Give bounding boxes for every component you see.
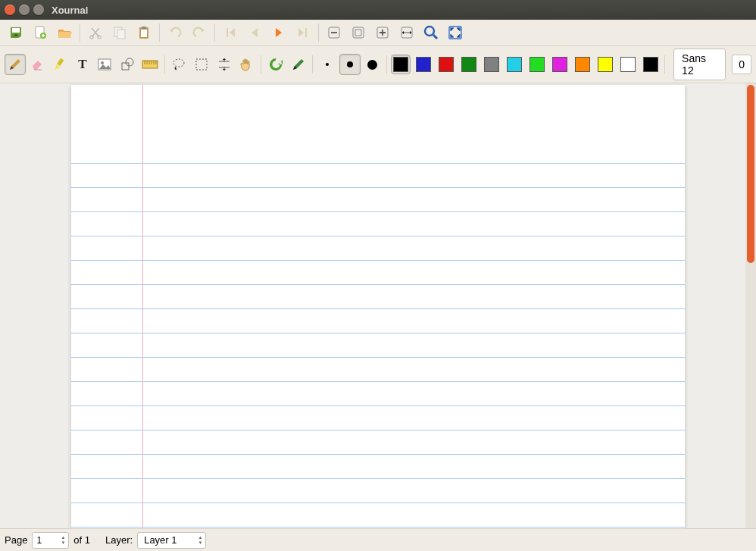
last-page-button[interactable]	[292, 22, 314, 43]
swatch-red	[439, 57, 454, 72]
close-button[interactable]	[5, 5, 15, 15]
zoom-fit-icon	[351, 26, 365, 39]
eraser-tool[interactable]	[27, 54, 48, 75]
svg-rect-0	[12, 28, 20, 33]
shape-recognizer-icon	[268, 57, 283, 72]
page-paper[interactable]	[71, 85, 685, 528]
separator	[164, 55, 165, 74]
swatch-cyan	[507, 57, 522, 72]
cut-icon	[88, 25, 103, 40]
prev-page-button[interactable]	[243, 22, 266, 43]
stroke-width-value: 0	[739, 58, 745, 70]
shapes-tool[interactable]	[117, 54, 138, 75]
svg-rect-12	[355, 30, 361, 36]
svg-rect-24	[196, 59, 207, 70]
layer-select[interactable]: Layer 1 ▲▼	[137, 532, 206, 549]
highlighter-icon	[52, 57, 67, 72]
thickness-medium[interactable]	[339, 54, 361, 75]
pen-options[interactable]	[288, 54, 309, 75]
open-button[interactable]	[53, 22, 76, 43]
color-color-b[interactable]	[641, 55, 661, 74]
page-number-field[interactable]	[36, 535, 58, 546]
fullscreen-button[interactable]	[444, 22, 467, 43]
svg-rect-11	[353, 27, 364, 38]
status-bar: Page ▲▼ of 1 Layer: Layer 1 ▲▼	[0, 528, 756, 551]
font-selector[interactable]: Sans 12	[673, 49, 726, 80]
color-orange[interactable]	[573, 55, 592, 74]
swatch-white	[620, 57, 636, 72]
canvas-area[interactable]	[0, 83, 756, 528]
lasso-icon	[171, 57, 186, 72]
image-tool[interactable]	[95, 54, 116, 75]
pen-tool[interactable]	[5, 54, 26, 75]
separator	[386, 55, 387, 74]
minimize-button[interactable]	[19, 5, 30, 15]
thickness-small[interactable]	[317, 54, 338, 75]
color-magenta[interactable]	[550, 55, 570, 74]
hand-tool[interactable]	[236, 54, 257, 75]
zoom-in-button[interactable]	[371, 22, 394, 43]
rect-select[interactable]	[191, 54, 212, 75]
text-tool[interactable]: T	[72, 54, 93, 75]
vertical-scrollbar[interactable]	[745, 83, 756, 528]
ruler-tool[interactable]	[139, 54, 161, 75]
shape-recognizer[interactable]	[265, 54, 286, 75]
redo-button[interactable]	[188, 22, 211, 43]
separator	[159, 23, 160, 42]
shapes-icon	[120, 57, 135, 72]
next-page-button[interactable]	[267, 22, 290, 43]
dot-large-icon	[367, 60, 377, 70]
separator	[80, 23, 80, 42]
chevron-updown-icon: ▲▼	[198, 535, 203, 546]
color-gray[interactable]	[482, 55, 501, 74]
page-number-input[interactable]: ▲▼	[32, 532, 69, 549]
color-yellow[interactable]	[595, 55, 615, 74]
color-blue[interactable]	[414, 55, 433, 74]
lasso-select[interactable]	[169, 54, 190, 75]
paste-button[interactable]	[133, 22, 155, 43]
new-doc-button[interactable]	[29, 22, 52, 43]
svg-point-23	[173, 59, 184, 67]
color-black[interactable]	[391, 55, 411, 74]
rect-select-icon	[195, 58, 208, 71]
stroke-width-box[interactable]: 0	[732, 55, 751, 74]
color-lime[interactable]	[527, 55, 547, 74]
fullscreen-icon	[448, 25, 463, 40]
undo-button[interactable]	[164, 22, 186, 43]
first-page-icon	[223, 25, 238, 40]
maximize-button[interactable]	[33, 5, 44, 15]
next-page-icon	[271, 25, 286, 40]
svg-point-21	[126, 58, 133, 66]
color-white[interactable]	[618, 55, 638, 74]
scrollbar-thumb[interactable]	[747, 85, 754, 263]
highlighter-tool[interactable]	[49, 54, 70, 75]
window-title: Xournal	[52, 5, 88, 16]
copy-button[interactable]	[108, 22, 131, 43]
last-page-icon	[295, 25, 311, 40]
color-red[interactable]	[436, 55, 456, 74]
zoom-fit-button[interactable]	[347, 22, 370, 43]
magnifier-icon	[423, 24, 439, 41]
thickness-large[interactable]	[362, 54, 383, 75]
color-cyan[interactable]	[505, 55, 524, 74]
zoom-width-button[interactable]	[395, 22, 418, 43]
swatch-color-b	[643, 57, 658, 72]
paste-icon	[136, 25, 152, 40]
first-page-button[interactable]	[219, 22, 242, 43]
window-controls	[5, 5, 44, 15]
color-green[interactable]	[459, 55, 479, 74]
save-button[interactable]	[5, 22, 27, 43]
cut-button[interactable]	[84, 22, 107, 43]
page-spin-buttons[interactable]: ▲▼	[59, 535, 67, 546]
toolbar-main	[0, 20, 756, 46]
zoom-tool-button[interactable]	[420, 22, 442, 43]
svg-rect-8	[141, 30, 147, 37]
new-doc-icon	[33, 25, 48, 40]
hand-icon	[239, 57, 254, 72]
zoom-out-button[interactable]	[323, 22, 345, 43]
separator	[312, 55, 313, 74]
ruler-icon	[142, 59, 158, 70]
paper-ruled-lines	[71, 139, 685, 528]
vertical-space-tool[interactable]	[214, 54, 235, 75]
zoom-in-icon	[376, 26, 389, 39]
